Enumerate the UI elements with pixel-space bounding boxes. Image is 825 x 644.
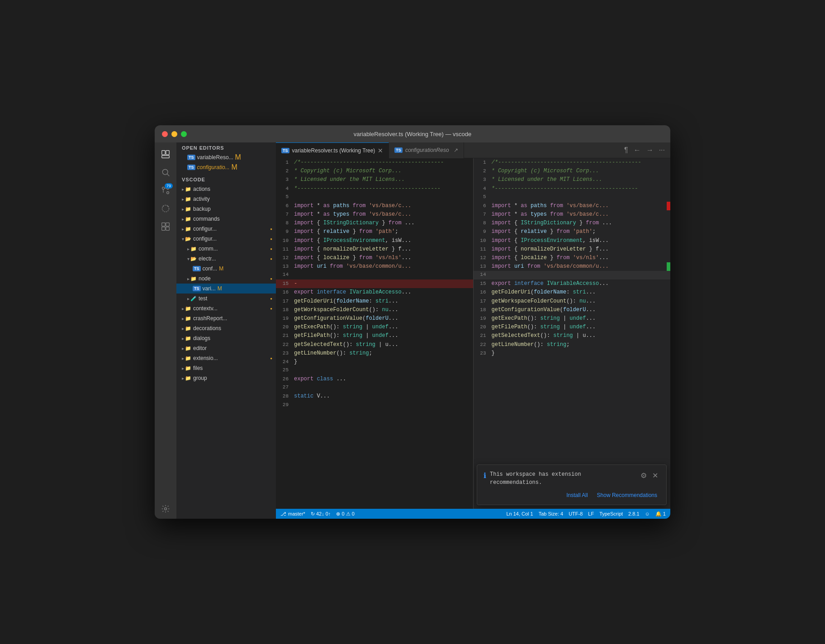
code-line: 1 /*------------------------------------… xyxy=(276,158,473,167)
file-label: conf... xyxy=(203,265,218,272)
tab-variableresolver[interactable]: TS variableResolver.ts (Working Tree) ✕ xyxy=(276,142,389,158)
folder-electr[interactable]: ▾ 📂 electr... ● xyxy=(176,254,276,264)
folder-dialogs[interactable]: ▸ 📁 dialogs xyxy=(176,333,276,343)
minimize-button[interactable] xyxy=(171,131,177,137)
language-status[interactable]: TypeScript xyxy=(599,511,623,517)
feedback-status[interactable]: ☺ xyxy=(645,511,650,517)
file-conf-ts[interactable]: TS conf... M xyxy=(176,264,276,274)
folder-contextv[interactable]: ▸ 📁 contextv... ● xyxy=(176,303,276,313)
svg-point-6 xyxy=(167,192,169,194)
code-line: 6 import * as paths from 'vs/base/c... xyxy=(276,202,473,210)
folder-crashreport[interactable]: ▸ 📁 crashReport... xyxy=(176,313,276,323)
line-ending-status[interactable]: LF xyxy=(588,511,594,517)
svg-rect-16 xyxy=(166,227,170,231)
position-status[interactable]: Ln 14, Col 1 xyxy=(506,511,533,517)
errors-label: ⊗ 0 ⚠ 0 xyxy=(336,511,354,517)
maximize-button[interactable] xyxy=(181,131,187,137)
encoding-label: UTF-8 xyxy=(569,511,583,516)
errors-status[interactable]: ⊗ 0 ⚠ 0 xyxy=(336,511,354,517)
external-link-icon: ↗ xyxy=(454,147,458,153)
code-line: 13 import uri from 'vs/base/common/u... xyxy=(276,262,473,271)
folder-label: group xyxy=(193,375,207,381)
folder-label: commands xyxy=(193,216,220,222)
notifications-status[interactable]: 🔔 1 xyxy=(655,511,666,517)
code-line: 26 export class ... xyxy=(276,375,473,384)
folder-label: extensio... xyxy=(193,355,218,361)
activity-bar: 79 xyxy=(155,142,176,519)
folder-activity[interactable]: ▸ 📁 activity xyxy=(176,194,276,204)
right-code-area[interactable]: 1 /*------------------------------------… xyxy=(474,158,671,509)
show-recommendations-button[interactable]: Show Recommendations xyxy=(594,491,660,499)
search-icon[interactable] xyxy=(157,164,174,180)
folder-editor[interactable]: ▸ 📁 editor xyxy=(176,343,276,353)
encoding-status[interactable]: UTF-8 xyxy=(569,511,583,517)
folder-comm[interactable]: ▸ 📁 comm... ● xyxy=(176,244,276,254)
code-line: 10 import { IProcessEnvironment, isW... xyxy=(474,237,671,245)
folder-decorations[interactable]: ▸ 📁 decorations xyxy=(176,323,276,333)
code-line: 4 *-------------------------------------… xyxy=(474,185,671,193)
folder-backup[interactable]: ▸ 📁 backup xyxy=(176,204,276,214)
code-line: 17 getFolderUri(folderName: stri... xyxy=(276,297,473,306)
code-line: 8 import { IStringDictionary } from ... xyxy=(474,219,671,227)
files-icon[interactable] xyxy=(157,146,174,162)
editors-container: 1 /*------------------------------------… xyxy=(276,158,670,509)
code-line: 7 import * as types from 'vs/base/c... xyxy=(276,210,473,219)
code-line: 14 xyxy=(276,271,473,279)
code-line: 1 /*------------------------------------… xyxy=(474,158,671,167)
open-editor-configuration[interactable]: TS configuratio... M xyxy=(176,162,276,172)
version-status[interactable]: 2.8.1 xyxy=(628,511,639,517)
extensions-icon[interactable] xyxy=(157,218,174,235)
tab-close-button[interactable]: ✕ xyxy=(378,147,383,154)
code-line: 22 getSelectedText(): string | u... xyxy=(276,341,473,349)
close-button[interactable] xyxy=(162,131,168,137)
code-line: 22 getLineNumber(): string; xyxy=(474,341,671,349)
left-code-area[interactable]: 1 /*------------------------------------… xyxy=(276,158,473,509)
right-editor-pane: 1 /*------------------------------------… xyxy=(474,158,671,509)
navigate-back-icon[interactable]: ← xyxy=(632,145,643,155)
folder-configur2[interactable]: ▾ 📂 configur... ● xyxy=(176,234,276,244)
code-line: 12 import { localize } from 'vs/nls'... xyxy=(474,254,671,262)
branch-label: master* xyxy=(288,511,305,516)
tab-size-status[interactable]: Tab Size: 4 xyxy=(539,511,563,517)
tabs-bar: TS variableResolver.ts (Working Tree) ✕ … xyxy=(276,142,670,158)
open-editor-label-italic: configuratio... xyxy=(197,164,230,170)
install-all-button[interactable]: Install All xyxy=(564,491,590,499)
code-line: 4 *-------------------------------------… xyxy=(276,185,473,193)
folder-label: node xyxy=(199,275,211,282)
notification-close-button[interactable]: ✕ xyxy=(650,470,660,481)
folder-node[interactable]: ▸ 📁 node ● xyxy=(176,274,276,284)
status-bar: ⎇ master* ↻ 42↓ 0↑ ⊗ 0 ⚠ 0 Ln 14, Col 1 … xyxy=(276,509,670,519)
folder-commands[interactable]: ▸ 📁 commands xyxy=(176,214,276,224)
branch-status[interactable]: ⎇ master* xyxy=(280,511,305,517)
code-line: 24 } xyxy=(276,358,473,366)
notification-top-actions: ⚙ ✕ xyxy=(639,470,660,481)
source-control-icon[interactable]: 79 xyxy=(157,182,174,199)
folder-test[interactable]: ▸ 🧪 test ● xyxy=(176,294,276,303)
folder-actions[interactable]: ▸ 📁 actions xyxy=(176,184,276,194)
file-label: vari... xyxy=(203,285,216,292)
folder-label: crashReport... xyxy=(193,315,227,322)
folder-extensio[interactable]: ▸ 📁 extensio... ● xyxy=(176,353,276,363)
tab-configurationresolver[interactable]: TS configurationReso ↗ xyxy=(389,142,464,158)
tab-label-italic: configurationReso xyxy=(405,147,449,153)
file-vari-ts[interactable]: TS vari... M xyxy=(176,284,276,294)
folder-label: files xyxy=(193,365,203,371)
svg-rect-14 xyxy=(166,223,170,227)
notification-text: This workspace has extension recommendat… xyxy=(490,470,635,487)
code-line: 8 import { IStringDictionary } from ... xyxy=(276,219,473,227)
open-editor-variableresolver[interactable]: TS variableReso... M xyxy=(176,152,276,162)
sync-status[interactable]: ↻ 42↓ 0↑ xyxy=(311,511,331,517)
toggle-word-wrap-icon[interactable]: ¶ xyxy=(622,145,630,155)
notification-settings-button[interactable]: ⚙ xyxy=(639,470,649,481)
folder-group[interactable]: ▸ 📁 group xyxy=(176,373,276,383)
folder-label: configur... xyxy=(193,236,217,242)
debug-icon[interactable] xyxy=(157,200,174,217)
code-line: 16 export interface IVariableAccesso... xyxy=(276,288,473,297)
folder-files[interactable]: ▸ 📁 files xyxy=(176,363,276,373)
navigate-forward-icon[interactable]: → xyxy=(645,145,655,155)
more-actions-icon[interactable]: ··· xyxy=(657,145,667,155)
code-line: 5 xyxy=(276,193,473,202)
svg-rect-0 xyxy=(162,151,165,155)
folder-configur1[interactable]: ▸ 📁 configur... ● xyxy=(176,224,276,234)
settings-icon[interactable] xyxy=(157,502,174,519)
